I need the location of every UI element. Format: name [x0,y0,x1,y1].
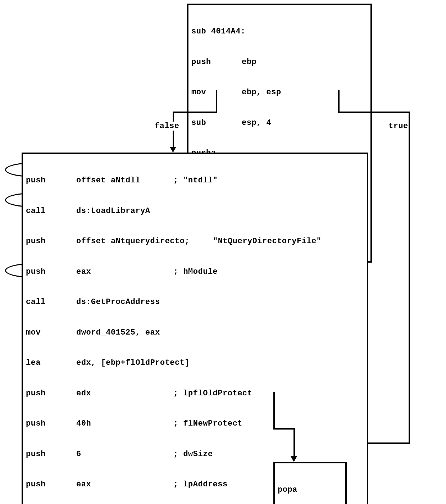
edge-false-v1 [216,90,217,112]
edge-false-arrow [170,147,176,153]
block-epilogue: popa leave retn0 [273,462,347,504]
label-line: sub_4014A4: [191,27,368,37]
edge-b-to-c-arrow [291,456,297,462]
edge-true-v1 [338,90,340,112]
block-false-branch: pushoffset aNtdll; "ntdll" callds:LoadLi… [22,153,368,504]
edge-b-to-c-h [273,428,295,430]
edge-false-label: false [155,122,179,131]
edge-b-to-c-v2 [293,428,295,457]
edge-true-label: true [388,122,408,131]
edge-b-to-c-v1 [273,392,275,428]
edge-true-h1 [338,112,410,113]
edge-false-h [173,112,217,113]
edge-true-v2 [409,112,410,442]
